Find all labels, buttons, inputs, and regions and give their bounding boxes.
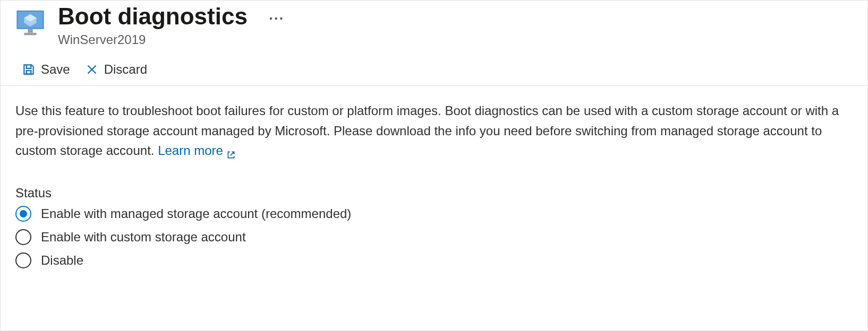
radio-option-managed[interactable]: Enable with managed storage account (rec… — [15, 206, 853, 222]
vm-resource-icon — [15, 8, 45, 38]
discard-label: Discard — [104, 62, 147, 77]
resource-name: WinServer2019 — [58, 32, 284, 47]
save-icon — [22, 63, 36, 76]
radio-option-custom[interactable]: Enable with custom storage account — [15, 229, 853, 245]
learn-more-text: Learn more — [158, 141, 223, 160]
svg-rect-4 — [28, 29, 32, 33]
status-section: Status Enable with managed storage accou… — [15, 186, 853, 268]
close-icon — [85, 63, 99, 76]
radio-icon — [15, 252, 31, 268]
discard-button[interactable]: Discard — [85, 62, 147, 77]
status-label: Status — [15, 186, 853, 201]
svg-rect-6 — [27, 71, 31, 75]
external-link-icon — [226, 145, 236, 155]
toolbar: Save Discard — [1, 47, 867, 85]
content-body: Use this feature to troubleshoot boot fa… — [1, 86, 867, 268]
more-actions-button[interactable]: ··· — [269, 11, 284, 26]
svg-line-9 — [231, 152, 234, 156]
radio-icon — [15, 229, 31, 245]
radio-option-disable[interactable]: Disable — [15, 252, 853, 268]
radio-label: Enable with custom storage account — [41, 230, 246, 245]
page-title-text: Boot diagnostics — [58, 4, 248, 29]
header: Boot diagnostics ··· WinServer2019 — [1, 1, 867, 47]
radio-label: Enable with managed storage account (rec… — [41, 206, 351, 221]
description-text: Use this feature to troubleshoot boot fa… — [15, 103, 839, 157]
save-label: Save — [41, 62, 70, 77]
learn-more-link[interactable]: Learn more — [158, 141, 236, 160]
page-title: Boot diagnostics ··· — [58, 4, 284, 29]
svg-rect-5 — [24, 33, 36, 36]
title-block: Boot diagnostics ··· WinServer2019 — [58, 4, 284, 47]
status-radio-group: Enable with managed storage account (rec… — [15, 206, 853, 268]
radio-icon — [15, 206, 31, 222]
radio-label: Disable — [41, 253, 83, 268]
boot-diagnostics-panel: Boot diagnostics ··· WinServer2019 Save — [0, 0, 868, 331]
save-button[interactable]: Save — [22, 62, 70, 77]
description: Use this feature to troubleshoot boot fa… — [15, 101, 844, 160]
